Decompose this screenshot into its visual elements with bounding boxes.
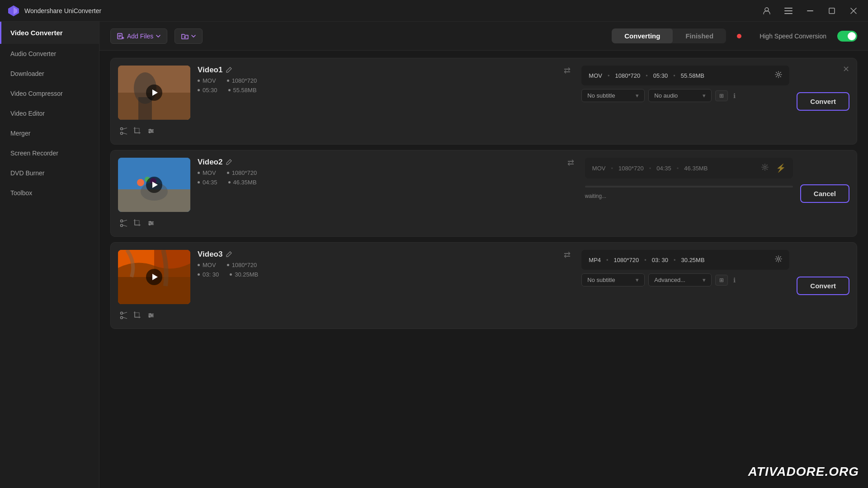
profile-icon[interactable] [760, 4, 774, 18]
video2-title: Video2 [198, 158, 222, 167]
svg-point-48 [151, 222, 153, 224]
svg-rect-7 [829, 8, 835, 14]
minimize-button[interactable] [803, 4, 817, 18]
video3-tools [118, 311, 190, 321]
close-button[interactable] [846, 4, 861, 18]
maximize-button[interactable] [825, 4, 839, 18]
video3-info: Video3 MOV [198, 250, 553, 278]
sidebar-item-downloader[interactable]: Downloader [0, 64, 99, 84]
video1-convert-button[interactable]: Convert [797, 92, 849, 111]
finished-badge[interactable] [737, 34, 741, 38]
video2-output: MOV • 1080*720 • 04:35 • 46.35MB [585, 158, 793, 199]
video2-meta2: 04:35 46.35MB [198, 179, 557, 186]
sidebar-item-screen-recorder[interactable]: Screen Recorder [0, 143, 99, 163]
video2-cut-icon[interactable] [120, 219, 128, 229]
video3-convert-button[interactable]: Convert [797, 277, 849, 295]
video1-output-params: MOV • 1080*720 • 05:30 • 55.58MB [581, 66, 789, 85]
svg-point-47 [149, 221, 151, 223]
video3-meta2: 03: 30 30.25MB [198, 271, 553, 278]
video1-merge-icon[interactable]: ⊞ [715, 90, 728, 101]
video2-swap-icon[interactable]: ⇄ [567, 158, 574, 168]
video3-out-duration: 03: 30 [652, 257, 668, 263]
video2-play-button[interactable] [146, 177, 162, 193]
video1-swap-icon[interactable]: ⇄ [564, 66, 571, 75]
video1-info: Video1 MOV [198, 66, 553, 94]
tab-converting[interactable]: Converting [612, 28, 673, 43]
video3-settings-icon[interactable] [775, 255, 782, 264]
hsc-label: High Speed Conversion [760, 33, 826, 40]
video1-title: Video1 [198, 66, 222, 75]
video1-inner: Video1 MOV [118, 66, 849, 137]
svg-point-23 [121, 132, 123, 135]
app-body: Video Converter Audio Converter Download… [0, 22, 868, 488]
video2-out-resolution: 1080*720 [618, 165, 644, 172]
video1-subtitle-chevron: ▾ [636, 92, 639, 99]
video2-lightning-icon: ⚡ [776, 163, 786, 173]
window-controls [760, 4, 861, 18]
video1-out-size: 55.58MB [681, 72, 704, 79]
video2-cancel-button[interactable]: Cancel [800, 184, 849, 203]
video3-output: MP4 • 1080*720 • 03: 30 • 30.25MB [581, 250, 789, 286]
video2-thumbnail[interactable] [118, 158, 190, 212]
svg-point-63 [151, 314, 153, 316]
svg-point-29 [149, 129, 151, 131]
sidebar-item-video-converter[interactable]: Video Converter [0, 22, 99, 44]
video3-play-button[interactable] [146, 269, 162, 285]
add-files-button[interactable]: Add Files [110, 28, 167, 44]
video2-edit-icon[interactable] [226, 159, 232, 166]
video3-merge-icon[interactable]: ⊞ [715, 275, 728, 286]
video3-output-params: MP4 • 1080*720 • 03: 30 • 30.25MB [581, 250, 789, 270]
svg-point-32 [778, 74, 780, 76]
video3-thumbnail[interactable] [118, 250, 190, 304]
video-card-1: ✕ [110, 58, 857, 145]
video1-crop-icon[interactable] [133, 127, 142, 137]
video1-close-button[interactable]: ✕ [840, 64, 851, 75]
add-files-chevron [156, 35, 160, 38]
video3-effects-icon[interactable] [147, 311, 155, 321]
video3-edit-icon[interactable] [226, 251, 232, 258]
video1-cut-icon[interactable] [120, 127, 128, 137]
video1-audio-select[interactable]: No audio ▾ [648, 89, 712, 102]
svg-line-58 [123, 317, 127, 319]
sidebar-item-audio-converter[interactable]: Audio Converter [0, 44, 99, 64]
video3-swap-icon[interactable]: ⇄ [564, 250, 571, 260]
video2-settings-icon[interactable] [761, 164, 769, 173]
video3-inner: Video3 MOV [118, 250, 849, 321]
add-folder-button[interactable] [175, 28, 203, 44]
video1-out-duration: 05:30 [653, 72, 668, 79]
svg-line-43 [123, 225, 127, 226]
video3-crop-icon[interactable] [133, 311, 142, 321]
video2-crop-icon[interactable] [133, 219, 142, 229]
video1-effects-icon[interactable] [147, 127, 155, 137]
title-bar: Wondershare UniConverter [0, 0, 868, 22]
video1-edit-icon[interactable] [226, 66, 232, 74]
video1-info-icon[interactable]: ℹ [733, 92, 736, 99]
video1-play-button[interactable] [146, 84, 162, 101]
video3-title: Video3 [198, 250, 222, 259]
video2-meta: MOV 1080*720 [198, 169, 557, 176]
video1-meta2: 05:30 55.58MB [198, 87, 553, 94]
sidebar-item-video-editor[interactable]: Video Editor [0, 103, 99, 123]
video-list: ✕ [99, 51, 868, 488]
video3-info-icon[interactable]: ℹ [733, 277, 736, 284]
video2-effects-icon[interactable] [147, 219, 155, 229]
sidebar-item-toolbox[interactable]: Toolbox [0, 183, 99, 203]
sidebar-item-dvd-burner[interactable]: DVD Burner [0, 163, 99, 183]
video2-out-format: MOV [592, 165, 606, 172]
hsc-toggle[interactable] [837, 31, 857, 42]
tab-finished[interactable]: Finished [673, 28, 726, 43]
svg-point-62 [149, 313, 151, 315]
video1-out-format: MOV [589, 72, 602, 79]
video1-title-row: Video1 [198, 66, 553, 75]
video1-subtitle-select[interactable]: No subtitle ▾ [581, 89, 645, 102]
video1-thumbnail[interactable] [118, 66, 190, 120]
video3-subtitle-select[interactable]: No subtitle ▾ [581, 273, 645, 286]
video3-cut-icon[interactable] [120, 311, 128, 321]
video3-audio-select[interactable]: Advanced... ▾ [648, 273, 712, 286]
menu-icon[interactable] [781, 4, 796, 18]
video1-settings-icon[interactable] [775, 71, 782, 80]
svg-point-40 [121, 220, 123, 222]
svg-point-36 [137, 179, 144, 186]
sidebar-item-merger[interactable]: Merger [0, 123, 99, 143]
sidebar-item-video-compressor[interactable]: Video Compressor [0, 84, 99, 103]
